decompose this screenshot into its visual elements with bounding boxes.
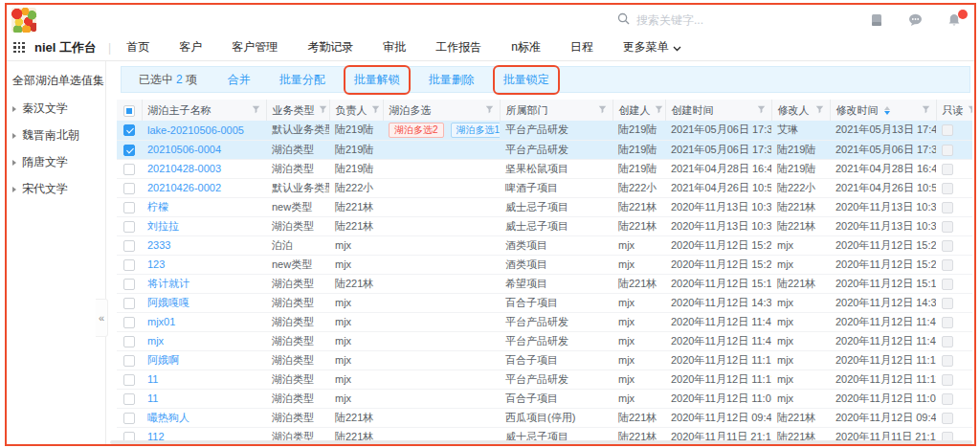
- row-checkbox[interactable]: [123, 317, 135, 328]
- lake-name-link[interactable]: 柠檬: [142, 197, 266, 216]
- filter-icon[interactable]: [815, 104, 824, 116]
- readonly-checkbox[interactable]: [942, 221, 953, 233]
- toolbar-action-button[interactable]: 批量分配: [279, 72, 325, 88]
- row-checkbox[interactable]: [123, 374, 135, 386]
- table-row[interactable]: 将计就计 湖泊类型 陆221林 希望项目 陆221林 2020年11月12日 1…: [117, 274, 972, 293]
- readonly-checkbox[interactable]: [942, 183, 953, 194]
- lake-name-link[interactable]: mjx: [142, 331, 266, 350]
- lake-name-link[interactable]: 11: [142, 389, 266, 408]
- column-header-modifier[interactable]: 修改人: [771, 100, 830, 121]
- lake-name-link[interactable]: 刘拉拉: [142, 216, 266, 235]
- row-checkbox[interactable]: [123, 240, 135, 252]
- row-checkbox[interactable]: [123, 221, 135, 233]
- readonly-checkbox[interactable]: [942, 240, 953, 252]
- nav-item[interactable]: 工作报告: [435, 39, 481, 56]
- row-checkbox[interactable]: [123, 336, 135, 347]
- nav-item[interactable]: 审批: [383, 39, 406, 56]
- row-checkbox[interactable]: [123, 145, 135, 156]
- row-checkbox[interactable]: [123, 355, 135, 367]
- table-row[interactable]: mjx 湖泊类型 mjx 平台产品研发 mjx 2020年11月12日 11:4…: [117, 331, 972, 350]
- row-checkbox[interactable]: [123, 202, 135, 213]
- filter-icon[interactable]: [371, 104, 380, 116]
- horizontal-scrollbar[interactable]: [110, 440, 972, 444]
- column-header-name[interactable]: 湖泊主子名称: [142, 100, 266, 121]
- filter-icon[interactable]: [485, 104, 494, 116]
- nav-item[interactable]: 客户管理: [232, 39, 278, 56]
- column-header-dept[interactable]: 所属部门: [500, 100, 612, 121]
- filter-icon[interactable]: [922, 104, 930, 116]
- filter-icon[interactable]: [319, 104, 327, 116]
- app-grid-icon[interactable]: [13, 42, 25, 54]
- lake-name-link[interactable]: 将计就计: [142, 274, 266, 293]
- lake-name-link[interactable]: 20210428-0003: [142, 159, 266, 178]
- lake-name-link[interactable]: lake-20210506-0005: [142, 121, 266, 140]
- row-checkbox[interactable]: [123, 259, 135, 271]
- column-header-type[interactable]: 业务类型: [266, 100, 329, 121]
- table-row[interactable]: 刘拉拉 湖泊类型 陆221林 威士忌子项目 陆221林 2020年11月13日 …: [117, 216, 972, 235]
- column-header-created[interactable]: 创建时间: [665, 100, 771, 121]
- table-row[interactable]: 123 new类型 mjx 酒类项目 mjx 2020年11月12日 15:25…: [117, 255, 972, 274]
- column-header-creator[interactable]: 创建人: [612, 100, 665, 121]
- sidebar-tree-item[interactable]: 宋代文学: [12, 181, 100, 197]
- filter-icon[interactable]: [655, 104, 663, 116]
- readonly-checkbox[interactable]: [942, 145, 953, 156]
- lake-name-link[interactable]: 嘬热狗人: [142, 408, 266, 427]
- lake-name-link[interactable]: 2333: [142, 235, 266, 255]
- sidebar-collapse-button[interactable]: «: [96, 299, 108, 337]
- readonly-checkbox[interactable]: [942, 374, 953, 386]
- readonly-checkbox[interactable]: [942, 279, 953, 290]
- toolbar-action-button[interactable]: 合并: [228, 72, 251, 88]
- tree-expand-icon[interactable]: [12, 133, 16, 139]
- table-row[interactable]: mjx01 湖泊类型 mjx 平台产品研发 mjx 2020年11月12日 11…: [117, 312, 972, 331]
- nav-item[interactable]: 日程: [570, 39, 593, 56]
- message-icon[interactable]: [908, 13, 923, 27]
- filter-icon[interactable]: [252, 104, 260, 116]
- tree-expand-icon[interactable]: [12, 187, 16, 192]
- nav-item[interactable]: 客户: [179, 39, 202, 56]
- notebook-icon[interactable]: [870, 13, 883, 27]
- row-checkbox[interactable]: [123, 164, 135, 175]
- column-header-readonly[interactable]: 只读: [936, 100, 972, 121]
- lake-name-link[interactable]: mjx01: [142, 312, 266, 331]
- nav-item[interactable]: n标准: [511, 39, 541, 56]
- table-row[interactable]: 20210426-0002 默认业务类型 陆222小 啤酒子项目 陆222小 2…: [117, 178, 972, 197]
- readonly-checkbox[interactable]: [942, 298, 953, 309]
- lake-name-link[interactable]: 20210506-0004: [142, 140, 266, 159]
- filter-icon[interactable]: [757, 104, 766, 116]
- filter-icon[interactable]: [968, 104, 973, 116]
- readonly-checkbox[interactable]: [942, 164, 953, 175]
- readonly-checkbox[interactable]: [942, 259, 953, 271]
- lake-name-link[interactable]: 阿娥嘎嘎: [142, 293, 266, 312]
- lake-name-link[interactable]: 123: [142, 255, 266, 274]
- column-header-owner[interactable]: 负责人: [329, 100, 383, 121]
- row-checkbox[interactable]: [123, 393, 135, 405]
- lake-name-link[interactable]: 11: [142, 370, 266, 389]
- readonly-checkbox[interactable]: [942, 317, 953, 328]
- search-input[interactable]: [636, 13, 780, 27]
- readonly-checkbox[interactable]: [942, 124, 953, 136]
- table-row[interactable]: 11 湖泊类型 mjx 平台产品研发 mjx 2020年11月12日 11:11…: [117, 370, 972, 389]
- sidebar-tree-item[interactable]: 魏晋南北朝: [12, 127, 100, 144]
- table-row[interactable]: 2333 泊泊 mjx 酒类项目 mjx 2020年11月12日 15:25 m…: [117, 235, 972, 255]
- row-checkbox[interactable]: [123, 298, 135, 309]
- table-row[interactable]: 20210428-0003 湖泊类型 陆219陆 坚果松鼠项目 陆219陆 20…: [117, 159, 972, 178]
- table-row[interactable]: 20210506-0004 湖泊类型 陆219陆 平台产品研发 陆219陆 20…: [117, 140, 972, 159]
- row-checkbox[interactable]: [123, 279, 135, 290]
- sidebar-tree-item[interactable]: 秦汉文学: [12, 101, 100, 117]
- global-search[interactable]: [617, 11, 809, 29]
- toolbar-action-button[interactable]: 批量解锁: [354, 72, 400, 88]
- readonly-checkbox[interactable]: [942, 355, 953, 367]
- nav-more-menu[interactable]: 更多菜单: [623, 39, 681, 56]
- lake-name-link[interactable]: 阿娥啊: [142, 350, 266, 370]
- sidebar-tree-item[interactable]: 隋唐文学: [12, 154, 100, 170]
- table-row[interactable]: 柠檬 new类型 陆221林 威士忌子项目 陆221林 2020年11月13日 …: [117, 197, 972, 216]
- readonly-checkbox[interactable]: [942, 393, 953, 405]
- tree-expand-icon[interactable]: [12, 106, 16, 112]
- column-header-multi[interactable]: 湖泊多选: [383, 100, 500, 121]
- nav-item[interactable]: 考勤记录: [307, 39, 353, 56]
- table-row[interactable]: lake-20210506-0005 默认业务类型 陆219陆 湖泊多选2湖泊多…: [117, 121, 972, 140]
- toolbar-action-button[interactable]: 批量锁定: [503, 72, 549, 88]
- nav-item[interactable]: 首页: [126, 39, 149, 56]
- tree-expand-icon[interactable]: [12, 160, 16, 166]
- bell-icon[interactable]: [947, 13, 961, 27]
